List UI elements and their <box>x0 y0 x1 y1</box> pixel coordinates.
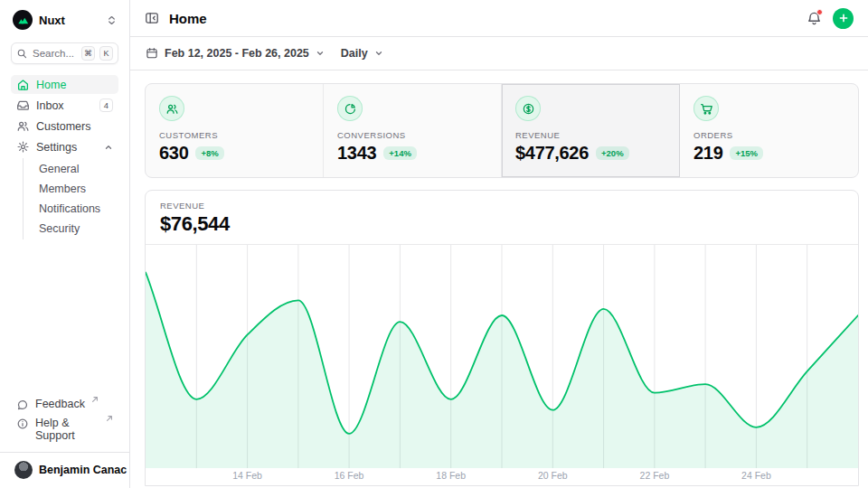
stat-delta-badge: +14% <box>383 146 417 161</box>
period-select[interactable]: Daily <box>341 47 383 60</box>
panel-collapse-icon <box>145 11 159 25</box>
users-icon <box>159 96 184 121</box>
add-button[interactable] <box>833 8 854 29</box>
chevron-down-icon <box>316 49 325 58</box>
sidebar-item-home[interactable]: Home <box>11 75 118 94</box>
inbox-icon <box>16 99 30 112</box>
revenue-chart-header: REVENUE $76,544 <box>146 191 858 245</box>
search-placeholder: Search... <box>33 48 77 59</box>
stat-card-conversions[interactable]: CONVERSIONS 1343 +14% <box>324 84 502 177</box>
dashboard-app: Nuxt Search... ⌘ K Home <box>0 0 868 488</box>
stat-value: $477,626 <box>515 143 589 164</box>
kbd-meta: ⌘ <box>81 46 95 61</box>
chevron-up-icon <box>104 143 113 152</box>
house-icon <box>16 78 30 91</box>
svg-text:22 Feb: 22 Feb <box>640 470 670 481</box>
sidebar-item-label: Settings <box>36 141 77 154</box>
search-icon <box>16 48 28 60</box>
sidebar: Nuxt Search... ⌘ K Home <box>0 0 130 488</box>
sidebar-item-general[interactable]: General <box>24 159 118 178</box>
search-input[interactable]: Search... ⌘ K <box>11 42 118 64</box>
stat-label: ORDERS <box>693 130 844 140</box>
user-menu[interactable]: Benjamin Canac <box>11 453 118 481</box>
stat-delta-badge: +20% <box>596 146 629 161</box>
svg-text:24 Feb: 24 Feb <box>741 470 771 481</box>
revenue-chart-value: $76,544 <box>160 212 844 236</box>
sidebar-item-members[interactable]: Members <box>24 179 118 198</box>
sub-item-label: Members <box>39 183 86 195</box>
feedback-link[interactable]: Feedback <box>11 395 118 414</box>
stat-delta-badge: +8% <box>195 146 223 161</box>
svg-text:20 Feb: 20 Feb <box>538 470 568 481</box>
date-range-label: Feb 12, 2025 - Feb 26, 2025 <box>165 47 309 60</box>
unread-notification-dot <box>816 9 823 15</box>
svg-text:16 Feb: 16 Feb <box>335 470 364 481</box>
sub-item-label: Security <box>39 222 80 235</box>
sidebar-item-label: Home <box>36 79 66 91</box>
settings-subnav: General Members Notifications Security <box>23 158 118 239</box>
period-label: Daily <box>341 47 368 60</box>
revenue-chart-card: REVENUE $76,544 14 Feb16 Feb18 Feb20 Feb… <box>145 190 859 486</box>
nuxt-logo-icon <box>13 10 33 30</box>
filters-toolbar: Feb 12, 2025 - Feb 26, 2025 Daily <box>130 37 868 70</box>
users-icon <box>16 119 30 133</box>
stat-value: 630 <box>159 143 188 164</box>
team-name: Nuxt <box>39 14 65 27</box>
stat-delta-badge: +15% <box>730 146 763 161</box>
calendar-icon <box>146 47 158 60</box>
cart-icon <box>693 96 719 121</box>
stat-label: CUSTOMERS <box>159 130 309 140</box>
page-header: Home <box>130 0 868 37</box>
kbd-k: K <box>99 46 113 61</box>
revenue-area-chart[interactable]: 14 Feb16 Feb18 Feb20 Feb22 Feb24 Feb <box>146 245 858 485</box>
page-title: Home <box>169 11 207 26</box>
main-panel: Home Feb 12, 2 <box>130 0 868 488</box>
svg-text:14 Feb: 14 Feb <box>232 470 262 481</box>
sub-item-label: Notifications <box>39 202 100 215</box>
dashboard-content: CUSTOMERS 630 +8% CONVERSIONS 1343 +14% <box>130 70 868 488</box>
info-circle-icon <box>16 418 29 430</box>
stat-card-orders[interactable]: ORDERS 219 +15% <box>680 84 858 177</box>
plus-icon <box>838 13 849 23</box>
stat-label: CONVERSIONS <box>337 130 487 140</box>
sidebar-item-label: Inbox <box>36 99 64 112</box>
revenue-area-chart-svg: 14 Feb16 Feb18 Feb20 Feb22 Feb24 Feb <box>146 245 858 485</box>
external-link-icon <box>91 396 99 403</box>
sidebar-item-settings[interactable]: Settings <box>11 137 118 156</box>
stats-row: CUSTOMERS 630 +8% CONVERSIONS 1343 +14% <box>145 83 859 178</box>
revenue-chart-title: REVENUE <box>160 201 844 211</box>
sidebar-bottom: Feedback Help & Support Benjamin Canac <box>11 395 118 481</box>
stat-card-customers[interactable]: CUSTOMERS 630 +8% <box>146 84 324 177</box>
user-name: Benjamin Canac <box>39 464 127 476</box>
inbox-count-badge: 4 <box>99 99 113 112</box>
chat-bubble-icon <box>16 399 29 411</box>
chart-pie-icon <box>337 96 363 121</box>
sidebar-item-security[interactable]: Security <box>24 219 118 238</box>
svg-text:18 Feb: 18 Feb <box>436 470 466 481</box>
feedback-label: Feedback <box>35 398 85 410</box>
collapse-sidebar-button[interactable] <box>145 11 159 25</box>
avatar <box>14 461 33 479</box>
help-support-link[interactable]: Help & Support <box>11 414 118 445</box>
circle-dollar-icon <box>515 96 541 121</box>
sidebar-item-label: Customers <box>36 120 90 133</box>
sidebar-item-inbox[interactable]: Inbox 4 <box>11 96 118 115</box>
team-switcher[interactable]: Nuxt <box>11 9 118 31</box>
header-actions <box>807 8 854 29</box>
stat-value: 219 <box>693 143 722 164</box>
stat-label: REVENUE <box>515 130 665 140</box>
chevron-down-icon <box>374 49 383 58</box>
stat-value: 1343 <box>337 143 376 164</box>
sidebar-nav: Home Inbox 4 Customers <box>11 75 118 239</box>
gear-icon <box>16 140 30 154</box>
stat-card-revenue[interactable]: REVENUE $477,626 +20% <box>502 84 680 177</box>
sidebar-top: Nuxt Search... ⌘ K Home <box>11 9 118 239</box>
select-chevrons-icon <box>107 15 117 25</box>
sub-item-label: General <box>39 163 79 175</box>
help-support-label: Help & Support <box>35 417 99 442</box>
sidebar-item-customers[interactable]: Customers <box>11 117 118 136</box>
date-range-picker[interactable]: Feb 12, 2025 - Feb 26, 2025 <box>146 47 325 60</box>
notifications-button[interactable] <box>807 11 822 26</box>
sidebar-item-notifications[interactable]: Notifications <box>24 199 118 218</box>
external-link-icon <box>106 415 113 422</box>
